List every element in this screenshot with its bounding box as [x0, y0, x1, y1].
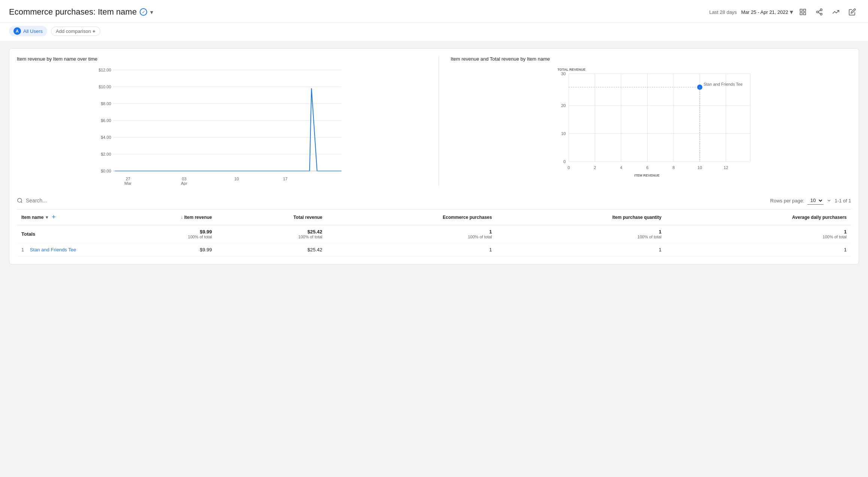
svg-line-7 — [818, 12, 820, 13]
totals-label: Totals — [17, 225, 99, 243]
search-icon — [17, 198, 23, 204]
totals-item-revenue: $9.99 100% of total — [99, 225, 216, 243]
col-item-name-header[interactable]: Item name ▾ + — [17, 210, 99, 225]
svg-point-57 — [18, 198, 22, 202]
add-comparison-button[interactable]: Add comparison + — [51, 27, 100, 36]
row-total-revenue: $25.42 — [216, 243, 327, 257]
svg-line-58 — [21, 202, 22, 203]
main-content: Item revenue by Item name over time $12.… — [0, 41, 868, 278]
rows-per-page-label: Rows per page: — [770, 198, 804, 204]
svg-text:Stan and Friends Tee: Stan and Friends Tee — [703, 82, 742, 86]
svg-text:8: 8 — [672, 165, 674, 170]
add-comparison-label: Add comparison — [56, 28, 91, 34]
svg-rect-1 — [804, 9, 806, 12]
add-column-button[interactable]: + — [50, 213, 57, 221]
svg-text:0: 0 — [567, 165, 570, 170]
main-card: Item revenue by Item name over time $12.… — [9, 48, 859, 265]
all-users-label: All Users — [23, 28, 43, 34]
svg-text:$10.00: $10.00 — [98, 85, 111, 89]
date-range-label: Last 28 days — [709, 9, 737, 15]
y-axis-label: TOTAL REVENUE — [557, 68, 585, 71]
add-icon: + — [92, 28, 95, 34]
totals-ecommerce-purchases: 1 100% of total — [327, 225, 497, 243]
svg-text:10: 10 — [561, 131, 565, 136]
row-ecommerce-purchases: 1 — [327, 243, 497, 257]
svg-point-5 — [817, 11, 819, 13]
scatter-chart: TOTAL REVENUE — [451, 66, 851, 186]
search-input[interactable] — [26, 198, 101, 204]
svg-text:20: 20 — [561, 103, 565, 108]
row-avg-daily-purchasers: 1 — [666, 243, 851, 257]
svg-text:2: 2 — [594, 165, 596, 170]
svg-text:03: 03 — [182, 177, 186, 181]
svg-point-4 — [820, 9, 822, 11]
rows-per-page: Rows per page: 10 25 50 1-1 of 1 — [770, 196, 851, 205]
svg-text:4: 4 — [620, 165, 622, 170]
all-users-badge[interactable]: A All Users — [9, 26, 47, 36]
svg-text:$12.00: $12.00 — [98, 68, 111, 72]
rows-per-page-select[interactable]: 10 25 50 — [807, 196, 823, 205]
edit-button[interactable] — [846, 5, 859, 19]
svg-text:10: 10 — [697, 165, 702, 170]
trend-button[interactable] — [829, 5, 843, 19]
share-button[interactable] — [813, 5, 826, 19]
page-title: Ecommerce purchases: Item name — [9, 7, 137, 17]
row-item-purchase-qty: 1 — [497, 243, 666, 257]
col-item-purchase-qty-header[interactable]: Item purchase quantity — [497, 210, 666, 225]
chart-type-button[interactable] — [796, 5, 810, 19]
svg-text:$8.00: $8.00 — [101, 101, 111, 106]
svg-line-8 — [818, 10, 820, 11]
col-ecommerce-purchases-header[interactable]: Ecommerce purchases — [327, 210, 497, 225]
col-item-revenue-header[interactable]: ↓ Item revenue — [99, 210, 216, 225]
row-item-name: 1 Stan and Friends Tee — [17, 243, 99, 257]
svg-text:10: 10 — [234, 177, 239, 181]
svg-rect-0 — [800, 9, 802, 12]
svg-text:6: 6 — [646, 165, 648, 170]
sort-chevron-icon: ▾ — [46, 215, 48, 220]
date-range-chevron-icon[interactable]: ▾ — [790, 8, 793, 16]
search-box — [17, 198, 101, 204]
svg-text:12: 12 — [723, 165, 728, 170]
svg-text:27: 27 — [126, 177, 130, 181]
data-table: Item name ▾ + ↓ Item revenue Total reven… — [17, 210, 851, 257]
table-section: Rows per page: 10 25 50 1-1 of 1 — [17, 193, 851, 257]
svg-rect-2 — [800, 13, 802, 15]
header-left: Ecommerce purchases: Item name ✓ ▾ — [9, 7, 153, 17]
line-chart-section: Item revenue by Item name over time $12.… — [17, 56, 427, 186]
svg-text:17: 17 — [283, 177, 288, 181]
svg-text:$0.00: $0.00 — [101, 169, 111, 173]
date-range-value: Mar 25 - Apr 21, 2022 — [741, 9, 788, 15]
totals-row: Totals $9.99 100% of total $25.42 100% o… — [17, 225, 851, 243]
chart-divider — [438, 56, 439, 186]
scatter-chart-title: Item revenue and Total revenue by Item n… — [451, 56, 851, 62]
charts-row: Item revenue by Item name over time $12.… — [17, 56, 851, 186]
svg-text:Apr: Apr — [181, 181, 187, 186]
svg-text:Mar: Mar — [124, 181, 131, 186]
scatter-chart-section: Item revenue and Total revenue by Item n… — [451, 56, 851, 186]
rows-select-chevron-icon — [826, 198, 832, 203]
svg-text:$6.00: $6.00 — [101, 118, 111, 123]
svg-text:$2.00: $2.00 — [101, 152, 111, 156]
svg-rect-3 — [804, 13, 806, 15]
pagination-label: 1-1 of 1 — [835, 198, 851, 204]
title-dropdown-icon[interactable]: ▾ — [150, 9, 153, 16]
date-range: Last 28 days Mar 25 - Apr 21, 2022 ▾ — [709, 8, 793, 16]
line-chart-title: Item revenue by Item name over time — [17, 56, 427, 62]
table-row: 1 Stan and Friends Tee $9.99 $25.42 1 1 … — [17, 243, 851, 257]
col-avg-daily-purchasers-header[interactable]: Average daily purchasers — [666, 210, 851, 225]
totals-total-revenue: $25.42 100% of total — [216, 225, 327, 243]
svg-text:$4.00: $4.00 — [101, 135, 111, 140]
svg-point-6 — [820, 13, 822, 15]
subheader: A All Users Add comparison + — [0, 23, 868, 41]
totals-avg-daily-purchasers: 1 100% of total — [666, 225, 851, 243]
totals-item-purchase-qty: 1 100% of total — [497, 225, 666, 243]
header-right: Last 28 days Mar 25 - Apr 21, 2022 ▾ — [709, 5, 859, 19]
row-item-revenue: $9.99 — [99, 243, 216, 257]
line-chart: $12.00 $10.00 $8.00 $6.00 $4.00 $2.00 $0… — [17, 66, 427, 186]
svg-text:0: 0 — [563, 159, 565, 164]
col-total-revenue-header[interactable]: Total revenue — [216, 210, 327, 225]
header: Ecommerce purchases: Item name ✓ ▾ Last … — [0, 0, 868, 23]
svg-text:30: 30 — [561, 71, 565, 76]
svg-text:ITEM REVENUE: ITEM REVENUE — [634, 174, 659, 177]
table-header-row: Item name ▾ + ↓ Item revenue Total reven… — [17, 210, 851, 225]
